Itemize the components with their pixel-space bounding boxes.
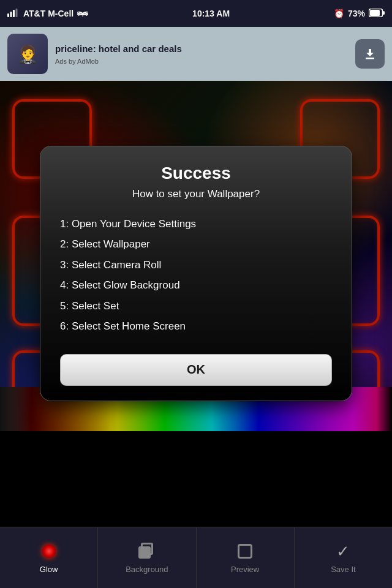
download-icon bbox=[363, 47, 377, 61]
wifi-icon bbox=[77, 9, 88, 19]
success-dialog: Success How to set your Wallpaper? 1: Op… bbox=[40, 146, 352, 401]
tab-item-background[interactable]: Background bbox=[98, 527, 196, 588]
dialog-subtitle: How to set your Wallpaper? bbox=[60, 188, 332, 200]
preview-icon bbox=[235, 541, 255, 561]
tab-label-preview: Preview bbox=[231, 565, 259, 574]
dialog-step: 2: Select Wallpaper bbox=[60, 234, 332, 255]
tab-label-glow: Glow bbox=[40, 565, 58, 574]
clock-icon: ⏰ bbox=[334, 9, 344, 18]
tab-label-save: Save It bbox=[331, 565, 355, 574]
save-icon: ✓ bbox=[333, 541, 353, 561]
svg-rect-3 bbox=[16, 9, 18, 17]
signal-icon bbox=[7, 9, 20, 19]
ad-logo: 🤵 bbox=[7, 34, 48, 74]
svg-rect-5 bbox=[370, 10, 380, 16]
tab-item-glow[interactable]: Glow bbox=[0, 527, 98, 588]
carrier-label: AT&T M-Cell bbox=[23, 9, 74, 18]
dialog-step: 4: Select Glow Backgroud bbox=[60, 275, 332, 296]
background-icon bbox=[137, 541, 157, 561]
svg-rect-6 bbox=[383, 11, 385, 15]
modal-overlay: Success How to set your Wallpaper? 1: Op… bbox=[0, 81, 392, 466]
battery-icon bbox=[369, 9, 385, 19]
status-bar: AT&T M-Cell 10:13 AM ⏰ 73% bbox=[0, 0, 392, 27]
ad-download-button[interactable] bbox=[355, 39, 385, 69]
ad-subtitle: Ads by AdMob bbox=[55, 58, 348, 65]
battery-pct-label: 73% bbox=[348, 9, 365, 18]
svg-rect-0 bbox=[7, 13, 9, 17]
status-left: AT&T M-Cell bbox=[7, 9, 88, 19]
status-right: ⏰ 73% bbox=[334, 9, 385, 19]
ok-button[interactable]: OK bbox=[60, 354, 332, 386]
svg-rect-1 bbox=[10, 12, 12, 17]
tab-label-background: Background bbox=[126, 565, 168, 574]
svg-rect-7 bbox=[366, 58, 374, 59]
ad-title: priceline: hotel and car deals bbox=[55, 43, 348, 55]
ok-label: OK bbox=[187, 363, 205, 377]
dialog-step: 6: Select Set Home Screen bbox=[60, 316, 332, 337]
dialog-step: 3: Select Camera Roll bbox=[60, 255, 332, 276]
ad-banner[interactable]: 🤵 priceline: hotel and car deals Ads by … bbox=[0, 27, 392, 81]
dialog-steps: 1: Open Your Device Settings2: Select Wa… bbox=[60, 214, 332, 337]
ad-logo-emoji: 🤵 bbox=[17, 44, 39, 64]
tab-bar: Glow Background Preview ✓ Save It bbox=[0, 527, 392, 588]
glow-dot-icon bbox=[39, 541, 59, 561]
dialog-title: Success bbox=[60, 164, 332, 183]
ad-text: priceline: hotel and car deals Ads by Ad… bbox=[55, 43, 348, 65]
tab-item-save[interactable]: ✓ Save It bbox=[295, 527, 392, 588]
time-label: 10:13 AM bbox=[192, 9, 230, 18]
svg-rect-2 bbox=[13, 10, 15, 17]
tab-item-preview[interactable]: Preview bbox=[197, 527, 295, 588]
dialog-step: 5: Select Set bbox=[60, 296, 332, 317]
dialog-step: 1: Open Your Device Settings bbox=[60, 214, 332, 235]
